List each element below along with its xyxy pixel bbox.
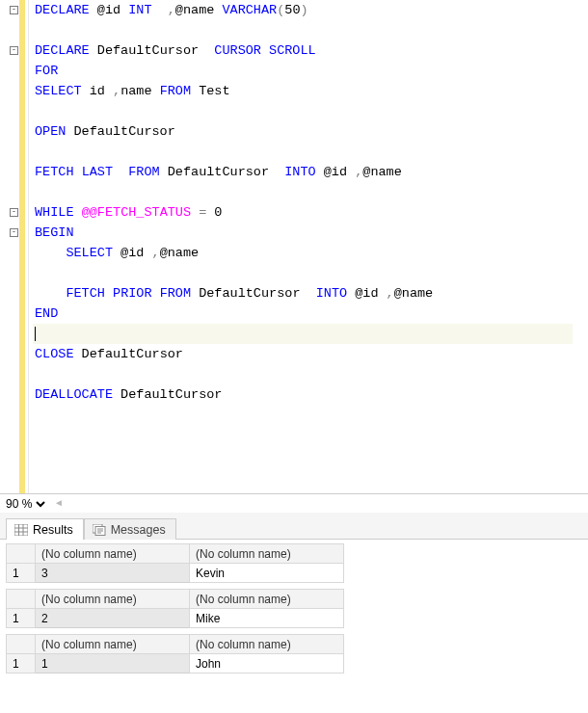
code-token: WHILE (35, 205, 74, 220)
code-token: 50 (284, 3, 300, 17)
text-caret (35, 327, 36, 341)
code-token: SELECT (66, 246, 113, 260)
table-row[interactable]: 12Mike (7, 609, 344, 628)
code-area[interactable]: DECLARE @id INT ,@name VARCHAR(50) DECLA… (29, 0, 573, 493)
code-line[interactable]: WHILE @@FETCH_STATUS = 0 (35, 202, 573, 223)
code-token: 0 (206, 205, 222, 220)
grid-cell[interactable]: 1 (36, 654, 190, 673)
code-token: @@FETCH_STATUS (82, 205, 191, 220)
code-token: VARCHAR (222, 3, 277, 17)
grid-icon (14, 524, 28, 536)
row-number-cell[interactable]: 1 (7, 654, 36, 673)
code-token: @id (347, 286, 387, 301)
code-line[interactable]: CLOSE DefaultCursor (35, 344, 573, 364)
result-grid[interactable]: (No column name)(No column name)13Kevin (6, 543, 344, 583)
code-token: INTO (316, 286, 347, 301)
table-header-row: (No column name)(No column name) (7, 544, 344, 564)
column-header[interactable]: (No column name) (190, 635, 344, 654)
code-token: PRIOR (113, 286, 152, 301)
column-header[interactable]: (No column name) (36, 544, 190, 564)
code-line[interactable] (35, 182, 573, 202)
code-line[interactable] (35, 101, 573, 121)
code-line[interactable]: SELECT @id ,@name (35, 243, 573, 263)
grid-cell[interactable]: Kevin (190, 564, 344, 583)
code-line[interactable]: OPEN DefaultCursor (35, 121, 573, 142)
code-line[interactable]: END (35, 304, 573, 324)
code-line[interactable]: DECLARE @id INT ,@name VARCHAR(50) (35, 0, 573, 20)
result-grid[interactable]: (No column name)(No column name)12Mike (6, 589, 344, 628)
code-token: DefaultCursor (66, 124, 174, 139)
grid-cell[interactable]: 3 (36, 564, 190, 583)
code-token: OPEN (35, 124, 66, 139)
code-token: @name (160, 246, 200, 260)
table-header-row: (No column name)(No column name) (7, 635, 344, 654)
code-token: , (152, 246, 160, 260)
code-token: @id (316, 165, 356, 179)
code-line[interactable]: SELECT id ,name FROM Test (35, 81, 573, 101)
code-line[interactable] (33, 324, 573, 344)
row-number-cell[interactable]: 1 (7, 609, 36, 628)
column-header[interactable]: (No column name) (190, 544, 344, 564)
grid-cell[interactable]: John (190, 654, 344, 673)
code-token: INT (128, 3, 151, 17)
scroll-left-hint-icon: ◄ (54, 497, 64, 511)
zoom-select[interactable]: 90 % (2, 496, 48, 512)
code-token: END (35, 306, 58, 321)
code-line[interactable]: FETCH PRIOR FROM DefaultCursor INTO @id … (35, 283, 573, 304)
code-line[interactable] (35, 263, 573, 283)
code-token: Test (191, 84, 230, 98)
grid-cell[interactable]: 2 (36, 609, 190, 628)
table-header-row: (No column name)(No column name) (7, 590, 344, 609)
code-token (35, 246, 66, 260)
grid-corner (7, 544, 36, 564)
code-token: DECLARE (35, 3, 90, 17)
code-line[interactable]: DECLARE DefaultCursor CURSOR SCROLL (35, 40, 573, 61)
fold-toggle-icon[interactable]: - (10, 6, 18, 14)
code-token: name (120, 84, 160, 98)
code-line[interactable] (35, 142, 573, 162)
code-token: CLOSE (35, 347, 74, 361)
column-header[interactable]: (No column name) (190, 590, 344, 609)
code-token: BEGIN (35, 225, 74, 240)
fold-toggle-icon[interactable]: - (10, 228, 18, 237)
code-token (152, 286, 160, 301)
code-line[interactable] (35, 364, 573, 384)
messages-icon (93, 524, 106, 536)
code-token (35, 286, 66, 301)
grid-corner (7, 635, 36, 654)
grid-cell[interactable]: Mike (190, 609, 344, 628)
grid-corner (7, 590, 36, 609)
code-token: ) (301, 3, 308, 17)
fold-toggle-icon[interactable]: - (10, 208, 18, 217)
tab-results[interactable]: Results (6, 518, 84, 540)
results-panel: (No column name)(No column name)13Kevin(… (0, 540, 588, 673)
result-grid[interactable]: (No column name)(No column name)11John (6, 634, 344, 673)
table-row[interactable]: 13Kevin (7, 564, 344, 583)
table-row[interactable]: 11John (7, 654, 344, 673)
code-line[interactable] (35, 20, 573, 40)
code-token: @id (113, 246, 152, 260)
column-header[interactable]: (No column name) (36, 635, 190, 654)
results-tab-bar: Results Messages (0, 513, 588, 540)
code-token: FROM (160, 84, 191, 98)
code-token: DefaultCursor (160, 165, 285, 179)
code-line[interactable]: FOR (35, 61, 573, 81)
code-token: FOR (35, 64, 58, 78)
tab-messages[interactable]: Messages (84, 518, 176, 540)
code-line[interactable]: DEALLOCATE DefaultCursor (35, 384, 573, 405)
code-line[interactable]: FETCH LAST FROM DefaultCursor INTO @id ,… (35, 162, 573, 182)
code-token (152, 3, 168, 17)
column-header[interactable]: (No column name) (36, 590, 190, 609)
row-number-cell[interactable]: 1 (7, 564, 36, 583)
fold-toggle-icon[interactable]: - (10, 46, 18, 55)
code-token: DefaultCursor (191, 286, 316, 301)
code-token (74, 165, 82, 179)
code-token: @name (362, 165, 402, 179)
code-token: FROM (128, 165, 159, 179)
code-line[interactable]: BEGIN (35, 223, 573, 243)
code-token (105, 286, 113, 301)
sql-editor[interactable]: ---- DECLARE @id INT ,@name VARCHAR(50) … (0, 0, 588, 493)
code-token: LAST (82, 165, 113, 179)
code-token: FETCH (66, 286, 105, 301)
code-token: DECLARE (35, 43, 90, 58)
